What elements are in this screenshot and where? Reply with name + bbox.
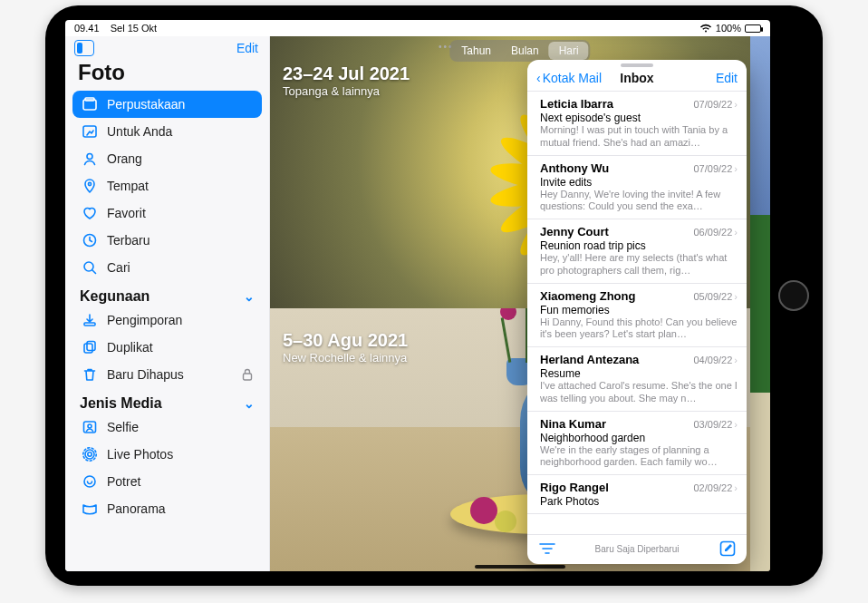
svg-rect-10	[244, 374, 252, 380]
panorama-icon	[82, 501, 98, 517]
mail-sender: Nina Kumar	[540, 417, 606, 431]
svg-point-16	[84, 476, 95, 487]
mail-date: 06/09/22 ›	[694, 227, 738, 238]
mail-date: 07/09/22 ›	[694, 99, 738, 110]
time-segmented-control[interactable]: Tahun Bulan Hari	[449, 40, 590, 62]
sidebar-item-label: Pengimporan	[107, 313, 182, 327]
selfie-icon	[82, 419, 98, 435]
sidebar-item-clock[interactable]: Terbaru	[72, 227, 262, 254]
seg-year[interactable]: Tahun	[451, 42, 501, 60]
mail-subject: Neighborhood garden	[540, 432, 738, 444]
chevron-right-icon: ›	[734, 291, 738, 302]
sidebar-item-panorama[interactable]: Panorama	[72, 495, 262, 522]
mail-sender: Rigo Rangel	[540, 481, 609, 494]
sidebar-item-selfie[interactable]: Selfie	[72, 413, 262, 441]
sidebar-item-library[interactable]: Perpustakaan	[72, 91, 262, 118]
compose-icon[interactable]	[719, 540, 736, 557]
mail-preview: Hi Danny, Found this photo! Can you beli…	[540, 316, 738, 342]
sidebar-item-label: Potret	[107, 474, 140, 489]
clock-icon	[82, 232, 98, 248]
sidebar-item-label: Cari	[107, 260, 130, 275]
mail-preview: We're in the early stages of planning a …	[540, 444, 738, 470]
sidebar-item-duplicate[interactable]: Duplikat	[72, 334, 262, 361]
chevron-right-icon: ›	[734, 355, 738, 365]
seg-month[interactable]: Bulan	[501, 42, 549, 60]
home-indicator[interactable]	[475, 565, 565, 569]
mail-sender: Leticia Ibarra	[540, 97, 613, 111]
mail-footer-status: Baru Saja Diperbarui	[595, 544, 680, 554]
import-icon	[82, 312, 98, 328]
svg-rect-7	[84, 323, 95, 326]
mail-preview: Morning! I was put in touch with Tania b…	[540, 124, 738, 150]
sidebar-item-places[interactable]: Tempat	[72, 172, 262, 199]
chevron-right-icon: ›	[734, 163, 738, 174]
section-media-label: Jenis Media	[80, 395, 162, 412]
filter-icon[interactable]	[538, 541, 556, 556]
mail-back-button[interactable]: ‹ Kotak Mail	[536, 71, 602, 85]
sidebar-item-foryou[interactable]: Untuk Anda	[72, 118, 262, 145]
mail-sender: Jenny Court	[540, 225, 609, 238]
sidebar-item-search[interactable]: Cari	[72, 254, 262, 281]
photos-main: ••• Tahun Bulan Hari 23–24 Jul 2021 Topa…	[270, 36, 770, 571]
slideover-grabber[interactable]	[621, 63, 653, 67]
svg-rect-8	[84, 344, 92, 353]
sidebar-item-import[interactable]: Pengimporan	[72, 306, 262, 334]
mail-row[interactable]: Leticia Ibarra07/09/22 ›Next episode's g…	[527, 92, 747, 156]
status-left: 09.41 Sel 15 Okt	[74, 23, 157, 34]
sidebar-item-label: Baru Dihapus	[107, 367, 184, 382]
sidebar-item-live[interactable]: Live Photos	[72, 441, 262, 468]
sidebar-item-label: Tempat	[107, 179, 149, 193]
mail-row[interactable]: Xiaomeng Zhong05/09/22 ›Fun memoriesHi D…	[527, 284, 747, 348]
sidebar-item-portrait[interactable]: Potret	[72, 468, 262, 495]
chevron-down-icon: ⌄	[244, 289, 255, 304]
mail-row[interactable]: Jenny Court06/09/22 ›Reunion road trip p…	[527, 219, 747, 284]
sidebar-item-label: Perpustakaan	[107, 97, 185, 112]
sidebar-edit-button[interactable]: Edit	[236, 41, 258, 55]
home-button[interactable]	[778, 280, 809, 311]
svg-rect-11	[84, 422, 96, 433]
places-icon	[82, 178, 98, 194]
mail-sender: Xiaomeng Zhong	[540, 289, 635, 303]
portrait-icon	[82, 473, 98, 490]
chevron-right-icon: ›	[734, 419, 738, 430]
mail-date: 04/09/22 ›	[694, 355, 738, 365]
mail-date: 07/09/22 ›	[694, 163, 738, 174]
mail-row[interactable]: Rigo Rangel02/09/22 ›Park Photos	[527, 475, 747, 514]
section-utilities[interactable]: Kegunaan ⌄	[65, 281, 269, 306]
mail-preview: Hey, y'all! Here are my selects (that's …	[540, 252, 738, 277]
mail-subject: Invite edits	[540, 176, 738, 189]
ipad-frame: 09.41 Sel 15 Okt 100% Edi	[45, 5, 823, 586]
sidebar-toggle-icon[interactable]	[74, 40, 94, 56]
wifi-icon	[699, 24, 712, 33]
mail-list[interactable]: Leticia Ibarra07/09/22 ›Next episode's g…	[527, 92, 747, 534]
chevron-left-icon: ‹	[536, 71, 541, 85]
mail-row[interactable]: Anthony Wu07/09/22 ›Invite editsHey Dann…	[527, 156, 747, 220]
photo-side-strip[interactable]	[750, 36, 770, 571]
sidebar-item-people[interactable]: Orang	[72, 145, 262, 172]
sidebar-item-heart[interactable]: Favorit	[72, 199, 262, 227]
foryou-icon	[82, 123, 98, 140]
mail-sender: Herland Antezana	[540, 353, 639, 366]
heart-icon	[82, 205, 98, 221]
photos-sidebar: Edit Foto PerpustakaanUntuk AndaOrangTem…	[65, 36, 270, 571]
library-icon	[82, 96, 98, 112]
sidebar-item-label: Live Photos	[107, 447, 173, 462]
mail-footer: Baru Saja Diperbarui	[527, 534, 747, 564]
mail-edit-button[interactable]: Edit	[716, 71, 738, 85]
sidebar-item-label: Panorama	[107, 501, 166, 516]
mail-date: 02/09/22 ›	[694, 482, 738, 493]
live-icon	[82, 446, 98, 462]
chevron-right-icon: ›	[734, 482, 738, 493]
search-icon	[82, 259, 98, 276]
chevron-right-icon: ›	[734, 99, 738, 110]
mail-row[interactable]: Herland Antezana04/09/22 ›ResumeI've att…	[527, 347, 747, 412]
mail-back-label: Kotak Mail	[543, 71, 602, 85]
battery-icon	[745, 24, 761, 33]
section-media[interactable]: Jenis Media ⌄	[65, 388, 269, 413]
sidebar-title: Foto	[65, 58, 269, 91]
mail-row[interactable]: Nina Kumar03/09/22 ›Neighborhood gardenW…	[527, 412, 747, 476]
seg-day[interactable]: Hari	[549, 42, 589, 60]
sidebar-item-trash[interactable]: Baru Dihapus	[72, 361, 262, 388]
photo-card-2-subtitle: New Rochelle & lainnya	[283, 351, 408, 365]
sidebar-item-label: Untuk Anda	[107, 124, 172, 139]
